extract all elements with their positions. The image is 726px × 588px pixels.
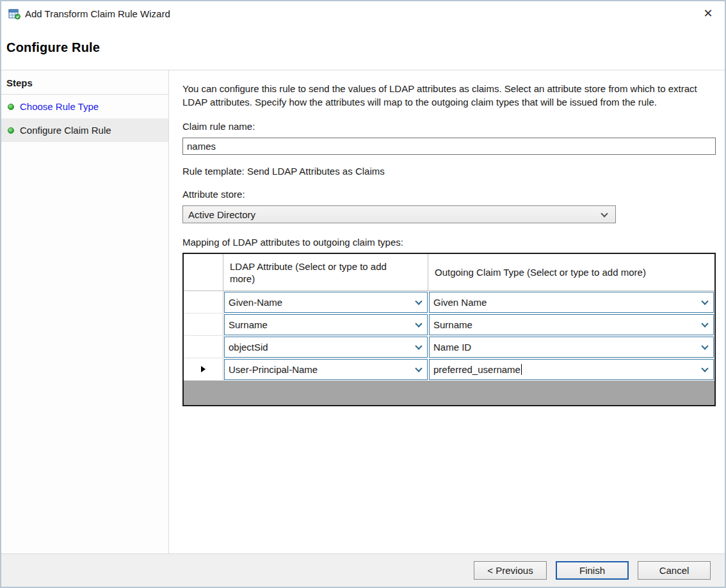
- combobox-value: objectSid: [229, 342, 268, 353]
- combobox-value: preferred_username: [433, 364, 520, 375]
- combobox-value: Surname: [433, 319, 472, 330]
- mapping-table: LDAP Attribute (Select or type to add mo…: [182, 253, 716, 406]
- chevron-down-icon: [601, 210, 608, 217]
- outgoing-claim-column-header: Outgoing Claim Type (Select or type to a…: [428, 254, 714, 290]
- claim-rule-name-label: Claim rule name:: [182, 121, 716, 132]
- step-label: Choose Rule Type: [20, 101, 99, 112]
- chevron-down-icon: [415, 320, 422, 327]
- combobox-value: Given Name: [433, 297, 487, 308]
- heading-area: Configure Rule: [1, 26, 725, 70]
- outgoing-claim-combobox[interactable]: Name ID: [429, 337, 714, 358]
- wizard-window: Add Transform Claim Rule Wizard ✕ Config…: [0, 0, 726, 588]
- combobox-value: Surname: [229, 319, 268, 330]
- button-bar: < Previous Finish Cancel: [1, 553, 725, 587]
- combobox-value: Given-Name: [229, 297, 282, 308]
- table-row: objectSid Name ID: [184, 336, 714, 358]
- table-row: User-Principal-Name preferred_username: [184, 358, 714, 381]
- steps-title: Steps: [1, 70, 168, 95]
- combobox-value: User-Principal-Name: [229, 364, 318, 375]
- ldap-attribute-column-header: LDAP Attribute (Select or type to add mo…: [223, 254, 428, 290]
- claim-rule-name-input[interactable]: [182, 138, 716, 155]
- chevron-down-icon: [415, 342, 422, 349]
- cancel-button[interactable]: Cancel: [638, 561, 711, 580]
- chevron-down-icon: [415, 298, 422, 305]
- close-icon: ✕: [703, 6, 713, 20]
- row-selector[interactable]: [184, 358, 223, 381]
- outgoing-claim-combobox[interactable]: Given Name: [429, 292, 714, 313]
- mapping-label: Mapping of LDAP attributes to outgoing c…: [182, 237, 716, 248]
- ldap-attribute-combobox[interactable]: Given-Name: [224, 292, 428, 313]
- row-selector[interactable]: [184, 314, 223, 336]
- sidebar-item-choose-rule-type[interactable]: Choose Rule Type: [1, 95, 168, 118]
- previous-button[interactable]: < Previous: [474, 561, 547, 580]
- chevron-down-icon: [701, 320, 708, 327]
- outgoing-claim-combobox[interactable]: preferred_username: [429, 359, 714, 380]
- chevron-down-icon: [701, 298, 708, 305]
- column-header-label: Outgoing Claim Type (Select or type to a…: [435, 267, 646, 278]
- ldap-attribute-combobox[interactable]: objectSid: [224, 337, 428, 358]
- content-area: Steps Choose Rule Type Configure Claim R…: [1, 70, 725, 553]
- window-title: Add Transform Claim Rule Wizard: [25, 8, 170, 19]
- step-complete-icon: [8, 104, 14, 110]
- finish-button[interactable]: Finish: [556, 561, 629, 580]
- table-row: Given-Name Given Name: [184, 291, 714, 314]
- outgoing-claim-combobox[interactable]: Surname: [429, 314, 714, 335]
- attribute-store-label: Attribute store:: [182, 189, 716, 200]
- attribute-store-value: Active Directory: [188, 209, 255, 220]
- row-selector[interactable]: [184, 336, 223, 358]
- attribute-store-select[interactable]: Active Directory: [182, 205, 616, 223]
- title-bar: Add Transform Claim Rule Wizard ✕: [1, 1, 725, 26]
- table-header-row: LDAP Attribute (Select or type to add mo…: [184, 254, 714, 291]
- step-complete-icon: [8, 127, 14, 134]
- steps-sidebar: Steps Choose Rule Type Configure Claim R…: [1, 70, 169, 553]
- column-header-label: LDAP Attribute (Select or type to add mo…: [230, 260, 391, 285]
- current-row-arrow-icon: [201, 366, 206, 372]
- chevron-down-icon: [701, 365, 708, 372]
- close-button[interactable]: ✕: [699, 4, 717, 22]
- row-selector[interactable]: [184, 291, 223, 314]
- combobox-value: Name ID: [433, 342, 471, 353]
- ldap-attribute-combobox[interactable]: Surname: [224, 314, 428, 335]
- chevron-down-icon: [415, 365, 422, 372]
- table-empty-area: [184, 381, 714, 405]
- chevron-down-icon: [701, 342, 708, 349]
- page-title: Configure Rule: [6, 40, 100, 55]
- step-label: Configure Claim Rule: [20, 125, 111, 136]
- wizard-icon: [8, 7, 20, 20]
- text-caret: [521, 364, 522, 375]
- main-panel: You can configure this rule to send the …: [169, 70, 725, 553]
- rule-template-text: Rule template: Send LDAP Attributes as C…: [182, 166, 716, 177]
- sidebar-item-configure-claim-rule[interactable]: Configure Claim Rule: [1, 118, 168, 142]
- table-row: Surname Surname: [184, 314, 714, 336]
- rule-description: You can configure this rule to send the …: [182, 82, 711, 109]
- ldap-attribute-combobox[interactable]: User-Principal-Name: [224, 359, 428, 380]
- row-selector-header: [184, 254, 223, 290]
